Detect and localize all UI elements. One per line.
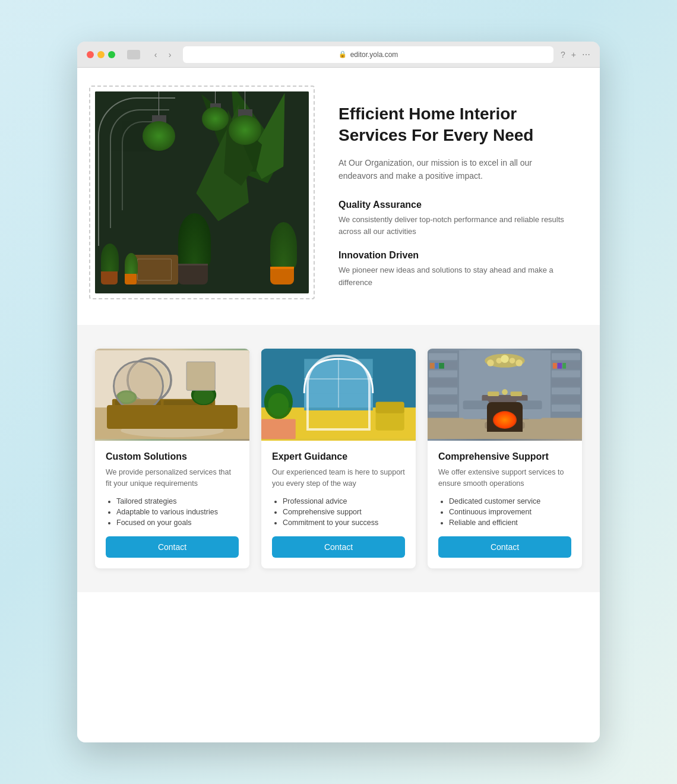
list-item: Reliable and efficient xyxy=(449,519,571,527)
card-title-3: Comprehensive Support xyxy=(438,451,571,462)
bottom-pots xyxy=(101,244,138,284)
hero-text: Efficient Home Interior Services For Eve… xyxy=(338,91,564,301)
dp-pot xyxy=(178,264,208,284)
small-pot-1 xyxy=(101,244,119,284)
hero-image xyxy=(95,91,309,293)
feature-quality-desc: We consistently deliver top-notch perfor… xyxy=(338,214,564,239)
dark-pot-plant xyxy=(178,213,211,284)
fullscreen-button[interactable] xyxy=(108,51,115,58)
room-svg-3 xyxy=(428,349,582,441)
address-bar[interactable]: 🔒 editor.yola.com xyxy=(183,46,553,63)
svg-point-71 xyxy=(502,389,508,395)
plant-scene-art xyxy=(95,91,309,293)
hanging-plant-2 xyxy=(202,91,229,131)
room-svg-1 xyxy=(95,349,249,441)
svg-rect-13 xyxy=(186,362,215,390)
card-desc-1: We provide personalized services that fi… xyxy=(106,467,239,489)
card-comprehensive-support: Comprehensive Support We offer extensive… xyxy=(428,349,582,569)
svg-point-9 xyxy=(116,390,137,404)
svg-point-54 xyxy=(501,355,508,362)
card-image-2 xyxy=(261,349,416,441)
svg-rect-38 xyxy=(439,363,444,369)
sp1-pot xyxy=(101,271,118,284)
lock-icon: 🔒 xyxy=(338,50,347,58)
menu-icon[interactable]: ⋯ xyxy=(582,50,590,59)
feature-innovation-title: Innovation Driven xyxy=(338,250,564,261)
hero-image-wrapper xyxy=(89,86,315,299)
orange-pot-plant xyxy=(270,222,297,284)
svg-rect-7 xyxy=(115,400,161,415)
tab-switcher-icon[interactable] xyxy=(127,50,140,59)
sp2-plant xyxy=(125,253,138,276)
rope-3 xyxy=(245,91,245,109)
small-pot-2 xyxy=(125,253,138,284)
op-plant xyxy=(270,222,297,270)
nav-arrows: ‹ › xyxy=(150,49,176,61)
hero-subtitle: At Our Organization, our mission is to e… xyxy=(338,156,564,183)
svg-rect-48 xyxy=(558,363,562,369)
card-list-2: Professional advice Comprehensive suppor… xyxy=(272,497,405,527)
list-item: Dedicated customer service xyxy=(449,497,571,505)
page-content: Efficient Home Interior Services For Eve… xyxy=(77,68,600,742)
svg-rect-32 xyxy=(429,379,457,386)
svg-point-62 xyxy=(499,407,510,414)
card-body-3: Comprehensive Support We offer extensive… xyxy=(428,441,582,569)
card-desc-3: We offer extensive support services to e… xyxy=(438,467,571,489)
contact-button-3[interactable]: Contact xyxy=(438,536,571,558)
list-item: Continuous improvement xyxy=(449,508,571,516)
svg-rect-36 xyxy=(430,363,435,369)
contact-button-2[interactable]: Contact xyxy=(272,536,405,558)
svg-rect-47 xyxy=(553,363,557,369)
svg-rect-45 xyxy=(552,396,580,403)
svg-rect-58 xyxy=(482,395,527,405)
list-item: Comprehensive support xyxy=(283,508,405,516)
feature-quality-title: Quality Assurance xyxy=(338,200,564,210)
svg-rect-49 xyxy=(562,363,566,369)
question-icon[interactable]: ? xyxy=(561,50,565,59)
traffic-lights xyxy=(87,51,115,58)
card-image-3 xyxy=(428,349,582,441)
foliage-3 xyxy=(229,115,261,145)
svg-point-63 xyxy=(501,407,508,412)
card-custom-solutions: Custom Solutions We provide personalized… xyxy=(95,349,249,569)
svg-rect-43 xyxy=(552,379,580,386)
cards-section: Custom Solutions We provide personalized… xyxy=(77,325,600,593)
sp1-plant xyxy=(101,244,119,273)
feature-quality: Quality Assurance We consistently delive… xyxy=(338,200,564,239)
svg-rect-18 xyxy=(304,359,373,410)
svg-rect-26 xyxy=(261,419,296,439)
svg-rect-19 xyxy=(304,393,373,407)
hanging-plant-3 xyxy=(229,91,261,145)
svg-point-56 xyxy=(515,359,523,366)
minimize-button[interactable] xyxy=(97,51,105,58)
add-tab-icon[interactable]: + xyxy=(571,50,576,59)
feature-innovation-desc: We pioneer new ideas and solutions to st… xyxy=(338,264,564,289)
rope-2 xyxy=(215,91,216,103)
close-button[interactable] xyxy=(87,51,94,58)
list-item: Adaptable to various industries xyxy=(116,508,239,516)
svg-point-55 xyxy=(510,358,515,363)
cards-grid: Custom Solutions We provide personalized… xyxy=(95,349,582,569)
list-item: Tailored strategies xyxy=(116,497,239,505)
contact-button-1[interactable]: Contact xyxy=(106,536,239,558)
svg-rect-34 xyxy=(429,396,457,403)
card-image-1 xyxy=(95,349,249,441)
svg-point-61 xyxy=(496,407,514,416)
svg-rect-42 xyxy=(552,370,580,377)
card-title-2: Expert Guidance xyxy=(272,451,405,462)
svg-rect-44 xyxy=(552,387,580,394)
back-arrow[interactable]: ‹ xyxy=(150,49,162,61)
card-body-2: Expert Guidance Our experienced team is … xyxy=(261,441,416,569)
forward-arrow[interactable]: › xyxy=(164,49,176,61)
rope-1 xyxy=(159,91,159,115)
sp2-pot xyxy=(125,274,137,284)
card-body-1: Custom Solutions We provide personalized… xyxy=(95,441,249,569)
svg-rect-29 xyxy=(429,353,457,360)
hanging-plant-1 xyxy=(143,91,175,151)
card-expert-guidance: Expert Guidance Our experienced team is … xyxy=(261,349,416,569)
browser-actions: ? + ⋯ xyxy=(561,50,590,59)
svg-rect-68 xyxy=(485,422,524,429)
card-list-1: Tailored strategies Adaptable to various… xyxy=(106,497,239,527)
dp-plant xyxy=(178,213,211,267)
op-pot xyxy=(270,267,294,284)
